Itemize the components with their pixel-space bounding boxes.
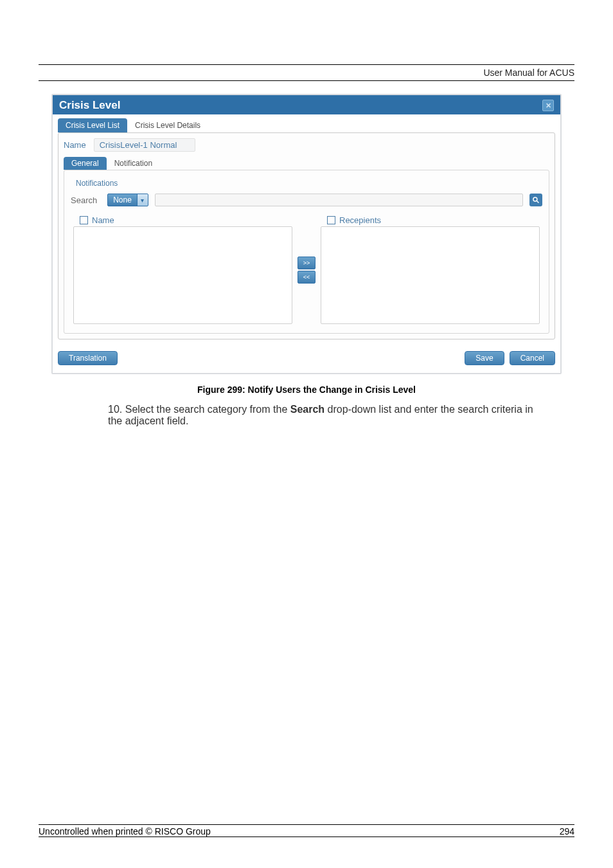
search-dropdown-value: None [108, 195, 137, 204]
tab-notification[interactable]: Notification [107, 157, 160, 170]
name-label: Name [64, 140, 86, 150]
svg-point-0 [533, 197, 537, 201]
cancel-button[interactable]: Cancel [510, 351, 555, 365]
tab-crisis-level-details[interactable]: Crisis Level Details [127, 118, 208, 132]
available-list[interactable] [73, 226, 292, 324]
svg-line-1 [537, 201, 539, 203]
move-right-button[interactable]: >> [298, 257, 315, 269]
list-number: 10. [108, 404, 122, 415]
dialog-title: Crisis Level [59, 99, 120, 112]
search-icon [532, 196, 540, 204]
crisis-level-dialog: Crisis Level ✕ Crisis Level List Crisis … [51, 94, 562, 374]
tab-general[interactable]: General [64, 157, 107, 170]
recipients-column-header: Recepients [339, 215, 381, 225]
instruction-text-bold: Search [290, 404, 324, 415]
name-value: CrisisLevel-1 Normal [94, 138, 195, 152]
search-dropdown[interactable]: None ▾ [107, 194, 148, 206]
search-button[interactable] [529, 194, 542, 206]
instruction-item-10: 10. Select the search category from the … [90, 404, 549, 427]
chevron-down-icon[interactable]: ▾ [137, 194, 148, 206]
name-checkbox[interactable] [80, 216, 88, 224]
move-left-button[interactable]: << [298, 271, 315, 284]
page-number: 294 [560, 826, 574, 836]
close-icon[interactable]: ✕ [542, 100, 554, 111]
footer-left: Uncontrolled when printed © RISCO Group [39, 826, 211, 836]
save-button[interactable]: Save [465, 351, 504, 365]
search-label: Search [71, 195, 97, 205]
page-header: User Manual for ACUS [39, 68, 574, 78]
instruction-text-pre: Select the search category from the [125, 404, 290, 415]
notifications-legend: Notifications [73, 179, 120, 188]
tab-crisis-level-list[interactable]: Crisis Level List [58, 118, 127, 132]
recipients-checkbox[interactable] [327, 216, 335, 224]
search-input[interactable] [155, 194, 523, 206]
name-column-header: Name [92, 215, 114, 225]
translation-button[interactable]: Translation [58, 351, 118, 365]
figure-caption: Figure 299: Notify Users the Change in C… [39, 384, 574, 395]
recipients-list[interactable] [321, 226, 540, 324]
